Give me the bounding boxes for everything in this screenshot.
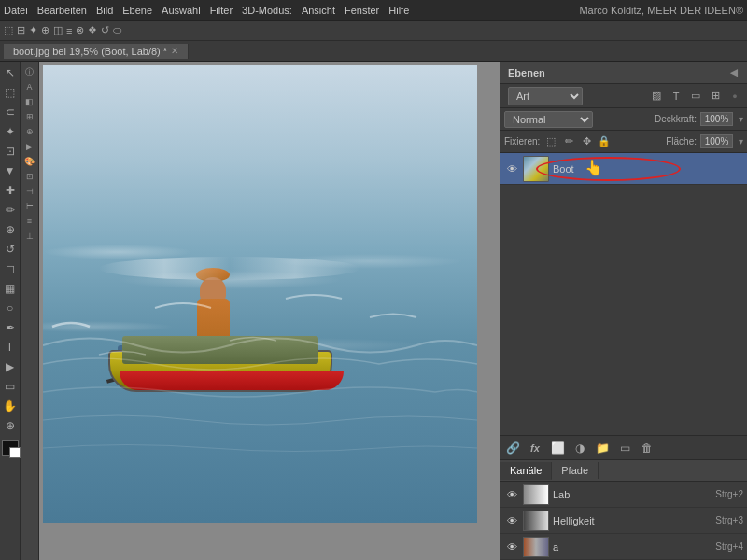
toolbar-icon-1[interactable]: ⬚ (4, 24, 13, 36)
add-layer-icon[interactable]: ▭ (616, 440, 633, 456)
tab-close-button[interactable]: ✕ (171, 46, 178, 56)
toolbar-icon-3[interactable]: ✦ (29, 24, 37, 36)
tool-lasso[interactable]: ⊂ (1, 103, 20, 121)
filter-pixel-icon[interactable]: ▨ (648, 88, 665, 105)
tool-hand[interactable]: ✋ (1, 397, 20, 415)
opacity-value[interactable]: 100% (700, 112, 733, 126)
canvas-area[interactable] (39, 62, 500, 560)
tool-eraser[interactable]: ◻ (1, 259, 20, 278)
side-icon-6[interactable]: ▶ (21, 140, 38, 153)
tool-pen[interactable]: ✒ (1, 318, 20, 337)
tool-path-select[interactable]: ▶ (1, 357, 20, 376)
toolbar-icon-5[interactable]: ◫ (53, 24, 63, 36)
toolbar-icon-9[interactable]: ↺ (101, 24, 109, 36)
tool-brush[interactable]: ✏ (1, 201, 20, 219)
filter-shape-icon[interactable]: ▭ (687, 88, 704, 105)
blend-mode-dropdown[interactable]: Normal (504, 111, 593, 128)
fix-brush-icon[interactable]: ✏ (561, 134, 576, 149)
toolbar-icon-7[interactable]: ⊗ (76, 24, 84, 36)
tool-zoom[interactable]: ⊕ (1, 416, 20, 435)
layer-boot-visibility[interactable]: 👁 (504, 161, 519, 176)
flaeche-value[interactable]: 100% (700, 134, 733, 148)
fix-lock-icon[interactable]: 🔒 (597, 134, 612, 149)
app-title: Marco Kolditz, MEER DER IDEEN® (579, 5, 743, 16)
channel-helligkeit[interactable]: 👁 Helligkeit Strg+3 (500, 508, 747, 534)
side-icon-10[interactable]: ⊢ (21, 200, 38, 213)
channel-lab-thumb (523, 484, 549, 505)
channel-a-visibility[interactable]: 👁 (504, 539, 519, 554)
filter-row: Art ▨ T ▭ ⊞ ● (500, 84, 747, 108)
menu-window[interactable]: Fenster (345, 5, 379, 16)
document-tab[interactable]: boot.jpg bei 19,5% (Boot, Lab/8) * ✕ (4, 44, 189, 59)
flaeche-dropdown-arrow[interactable]: ▾ (739, 136, 743, 147)
tool-text[interactable]: T (1, 338, 20, 357)
mask-icon[interactable]: ⬜ (549, 440, 566, 456)
tool-magic-wand[interactable]: ✦ (1, 122, 20, 141)
pfade-tab[interactable]: Pfade (552, 462, 599, 479)
layer-boot-thumb (523, 156, 549, 182)
channel-lab-visibility[interactable]: 👁 (504, 487, 519, 502)
toolbar-icon-8[interactable]: ❖ (88, 24, 97, 36)
tool-clone[interactable]: ⊕ (1, 220, 20, 239)
toolbar-icon-10[interactable]: ⬭ (113, 24, 121, 36)
tool-eyedropper[interactable]: ▼ (1, 161, 20, 180)
menu-edit[interactable]: Bearbeiten (37, 5, 87, 16)
layer-boot[interactable]: 👁 Boot 👆 (500, 153, 747, 185)
channel-lab[interactable]: 👁 Lab Strg+2 (500, 482, 747, 508)
menu-3d[interactable]: 3D-Modus: (242, 5, 292, 16)
side-icon-4[interactable]: ⊞ (21, 110, 38, 123)
menu-view[interactable]: Ansicht (302, 5, 335, 16)
tool-heal[interactable]: ✚ (1, 181, 20, 200)
tool-crop[interactable]: ⊡ (1, 142, 20, 161)
menu-image[interactable]: Bild (96, 5, 113, 16)
link-icon[interactable]: 🔗 (504, 440, 521, 456)
fx-icon[interactable]: fx (527, 440, 543, 456)
fix-pixel-icon[interactable]: ⬚ (543, 134, 558, 149)
kanaele-tab[interactable]: Kanäle (500, 462, 552, 480)
channel-helligkeit-visibility[interactable]: 👁 (504, 513, 519, 528)
ebenen-panel: Ebenen ◀ Art ▨ T ▭ ⊞ ● N (500, 62, 747, 459)
toolbar-icon-4[interactable]: ⊕ (41, 24, 49, 36)
channel-lab-shortcut: Strg+2 (715, 489, 743, 499)
document-tab-label: boot.jpg bei 19,5% (Boot, Lab/8) * (13, 46, 167, 57)
filter-text-icon[interactable]: T (668, 88, 684, 105)
tool-dodge[interactable]: ○ (1, 299, 20, 317)
tool-select-rect[interactable]: ⬚ (1, 83, 20, 102)
tool-move[interactable]: ↖ (1, 63, 20, 82)
filter-type-dropdown[interactable]: Art (508, 87, 583, 105)
filter-smart-icon[interactable]: ⊞ (707, 88, 724, 105)
side-icon-7[interactable]: 🎨 (21, 155, 38, 168)
ebenen-collapse[interactable]: ◀ (728, 67, 740, 78)
side-icon-5[interactable]: ⊕ (21, 125, 38, 138)
side-icon-11[interactable]: ≡ (21, 215, 38, 228)
side-icon-9[interactable]: ⊣ (21, 185, 38, 198)
side-icon-1[interactable]: ⓘ (21, 65, 38, 78)
menu-file[interactable]: Datei (4, 5, 28, 16)
tool-gradient[interactable]: ▦ (1, 279, 20, 298)
channel-helligkeit-thumb (523, 511, 549, 531)
opacity-dropdown-arrow[interactable]: ▾ (739, 114, 743, 124)
side-icon-2[interactable]: A (21, 80, 38, 93)
toolbar-icon-2[interactable]: ⊞ (17, 24, 25, 36)
folder-icon[interactable]: 📁 (594, 440, 611, 456)
menu-filter[interactable]: Filter (210, 5, 233, 16)
side-icon-8[interactable]: ⊡ (21, 170, 38, 183)
menu-items[interactable]: Datei Bearbeiten Bild Ebene Auswahl Filt… (4, 5, 409, 16)
delete-layer-icon[interactable]: 🗑 (639, 440, 655, 456)
tool-shape[interactable]: ▭ (1, 377, 20, 396)
side-icon-12[interactable]: ⊥ (21, 230, 38, 243)
toolbar-icon-6[interactable]: ≡ (66, 25, 72, 36)
fix-move-icon[interactable]: ✥ (579, 134, 594, 149)
tool-history-brush[interactable]: ↺ (1, 240, 20, 259)
channel-a[interactable]: 👁 a Strg+4 (500, 534, 747, 560)
background-color[interactable] (9, 447, 21, 458)
menu-help[interactable]: Hilfe (388, 5, 409, 16)
channel-lab-name: Lab (553, 489, 712, 500)
menu-layer[interactable]: Ebene (122, 5, 152, 16)
channel-a-name: a (553, 541, 712, 553)
adjustment-icon[interactable]: ◑ (571, 440, 588, 456)
menu-select[interactable]: Auswahl (162, 5, 201, 16)
side-icon-3[interactable]: ◧ (21, 95, 38, 108)
foreground-color[interactable] (2, 440, 19, 456)
filter-toggle[interactable]: ● (726, 88, 743, 105)
